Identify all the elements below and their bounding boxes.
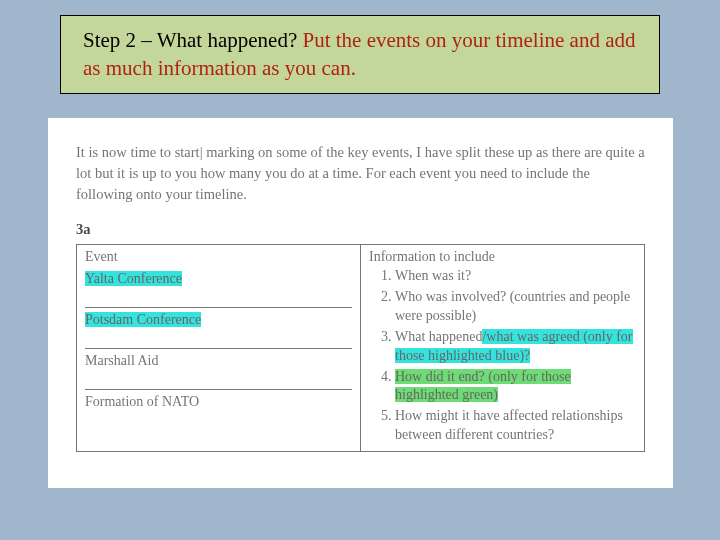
info-list: When was it? Who was involved? (countrie…: [369, 267, 636, 445]
event-potsdam: Potsdam Conference: [85, 312, 201, 327]
table-row: Potsdam Conference: [85, 308, 352, 349]
table-row: Marshall Aid: [85, 349, 352, 390]
event-nato: Formation of NATO: [85, 394, 199, 409]
list-item: Who was involved? (countries and people …: [395, 288, 636, 326]
info-header: Information to include: [369, 249, 636, 265]
event-yalta: Yalta Conference: [85, 271, 182, 286]
events-column: Event Yalta Conference Potsdam Conferenc…: [77, 245, 361, 452]
list-item: How might it have affected relationships…: [395, 407, 636, 445]
list-item: How did it end? (only for those highligh…: [395, 368, 636, 406]
event-marshall: Marshall Aid: [85, 353, 159, 368]
table-row: Yalta Conference: [85, 267, 352, 308]
table-row: Formation of NATO: [85, 390, 352, 430]
slide: Step 2 – What happened? Put the events o…: [0, 0, 720, 540]
events-header: Event: [85, 249, 352, 265]
q3-plain: What happened: [395, 329, 482, 344]
events-table: Event Yalta Conference Potsdam Conferenc…: [76, 244, 645, 452]
info-column: Information to include When was it? Who …: [361, 245, 645, 452]
title-text: Step 2 – What happened? Put the events o…: [83, 26, 637, 83]
title-box: Step 2 – What happened? Put the events o…: [60, 15, 660, 94]
list-item: When was it?: [395, 267, 636, 286]
list-item: What happened/what was agreed (only for …: [395, 328, 636, 366]
q4-highlight: How did it end? (only for those highligh…: [395, 369, 571, 403]
title-plain: Step 2 – What happened?: [83, 28, 302, 52]
intro-paragraph: It is now time to start| marking on some…: [76, 142, 645, 205]
section-label: 3a: [76, 221, 645, 238]
document-panel: It is now time to start| marking on some…: [48, 118, 673, 488]
